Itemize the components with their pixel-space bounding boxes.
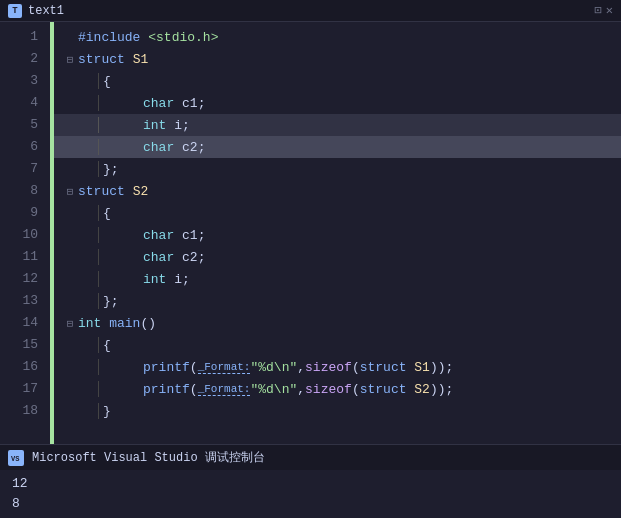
var-c1-2: c1 [182,228,198,243]
title-bar: T text1 ⊡ ✕ [0,0,621,22]
output-line-2: 8 [12,494,609,514]
line-num-2: 2 [0,48,50,70]
line-num-12: 12 [0,268,50,290]
code-line-9: { [54,202,621,224]
file-icon: T [8,4,22,18]
var-i: i [174,118,182,133]
keyword-struct-2: struct [78,184,125,199]
line-num-17: 17 [0,378,50,400]
code-line-18: } [54,400,621,422]
code-line-5: int i ; [54,114,621,136]
line-num-9: 9 [0,202,50,224]
line-num-7: 7 [0,158,50,180]
svg-text:VS: VS [11,455,19,463]
var-c2: c2 [182,140,198,155]
format-str-1: "%d\n" [250,360,297,375]
type-char-3: char [143,228,174,243]
output-line-1: 12 [12,474,609,494]
code-line-1: #include <stdio.h> [54,26,621,48]
pin-button[interactable]: ⊡ [595,3,602,18]
line-num-5: 5 [0,114,50,136]
code-editor[interactable]: #include <stdio.h> ⊟ struct S1 { char [54,22,621,444]
line-num-14: 14 [0,312,50,334]
func-printf-1: printf [143,360,190,375]
code-line-4: char c1 ; [54,92,621,114]
sizeof-s2: S2 [414,382,430,397]
struct-name-s1: S1 [133,52,149,67]
editor-container: 1 2 3 4 5 6 7 8 9 10 11 12 13 14 15 16 1… [0,22,621,444]
file-title: text1 [28,4,64,18]
code-line-12: int i ; [54,268,621,290]
line-num-8: 8 [0,180,50,202]
console-bar: VS Microsoft Visual Studio 调试控制台 [0,444,621,470]
code-line-2: ⊟ struct S1 [54,48,621,70]
line-num-1: 1 [0,26,50,48]
format-hint-2: _Format: [198,383,251,396]
format-str-2: "%d\n" [250,382,297,397]
sizeof-s1: S1 [414,360,430,375]
line-num-16: 16 [0,356,50,378]
line-numbers: 1 2 3 4 5 6 7 8 9 10 11 12 13 14 15 16 1… [0,22,50,444]
var-c2-2: c2 [182,250,198,265]
var-c1: c1 [182,96,198,111]
code-line-10: char c1 ; [54,224,621,246]
line-num-15: 15 [0,334,50,356]
title-bar-right: ⊡ ✕ [595,3,613,18]
type-int-2: int [143,272,166,287]
line-num-11: 11 [0,246,50,268]
struct-name-s2: S2 [133,184,149,199]
func-printf-2: printf [143,382,190,397]
line-num-13: 13 [0,290,50,312]
line-num-3: 3 [0,70,50,92]
console-title: Microsoft Visual Studio 调试控制台 [32,449,265,466]
include-path: <stdio.h> [148,30,218,45]
line-num-4: 4 [0,92,50,114]
line-num-6: 6 [0,136,50,158]
type-char-4: char [143,250,174,265]
code-line-17: printf (_Format:"%d\n" , sizeof ( struct… [54,378,621,400]
type-int-3: int [78,316,101,331]
keyword-include: #include [78,30,140,45]
output-area: 12 8 [0,470,621,518]
code-line-8: ⊟ struct S2 [54,180,621,202]
type-int: int [143,118,166,133]
line-num-10: 10 [0,224,50,246]
code-line-7: }; [54,158,621,180]
func-main: main [109,316,140,331]
sizeof-kw-2: sizeof [305,382,352,397]
code-line-14: ⊟ int main () [54,312,621,334]
code-line-6: char c2 ; [54,136,621,158]
code-line-3: { [54,70,621,92]
type-char-2: char [143,140,174,155]
close-button[interactable]: ✕ [606,3,613,18]
type-char: char [143,96,174,111]
code-line-13: }; [54,290,621,312]
code-line-15: { [54,334,621,356]
var-i-2: i [174,272,182,287]
struct-kw-2: struct [360,382,407,397]
keyword-struct: struct [78,52,125,67]
struct-kw-1: struct [360,360,407,375]
format-hint-1: _Format: [198,361,251,374]
sizeof-kw-1: sizeof [305,360,352,375]
title-bar-left: T text1 [8,4,64,18]
code-line-11: char c2 ; [54,246,621,268]
vs-icon: VS [8,450,24,466]
line-num-18: 18 [0,400,50,422]
code-line-16: printf (_Format:"%d\n" , sizeof ( struct… [54,356,621,378]
